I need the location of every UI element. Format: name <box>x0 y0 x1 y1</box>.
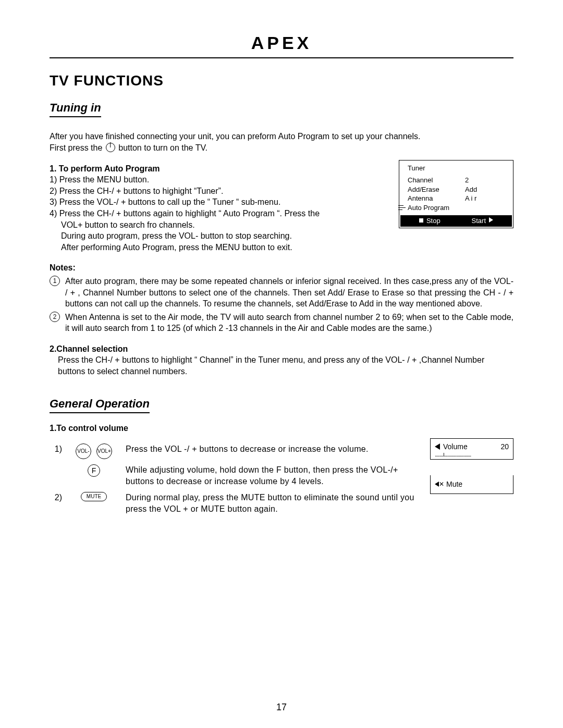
volume-row-2: 2) MUTE During normal play, press the MU… <box>50 492 420 514</box>
mute-button-icon: MUTE <box>81 492 107 501</box>
volume-row-f: F While adjusting volume, hold down the … <box>50 464 420 487</box>
header-rule <box>50 57 513 58</box>
osd-start: Start <box>472 216 493 226</box>
osd-row-autoprogram: Auto Program <box>400 203 512 213</box>
circled-2-icon: 2 <box>50 312 60 322</box>
intro-line2a: First press the <box>50 143 105 152</box>
volume-row-1: 1) VOL- VOL+ Press the VOL -/ + buttons … <box>50 443 420 459</box>
speaker-icon <box>435 443 440 450</box>
step-1: 1) Press the MENU button. <box>50 174 389 186</box>
intro-line1: After you have finished connecting your … <box>50 132 421 141</box>
vol-desc-f: While adjusting volume, hold down the F … <box>126 464 420 487</box>
volume-heading: 1.To control volume <box>50 423 513 434</box>
subheading-general: General Operation <box>50 396 150 414</box>
section-title: TV FUNCTIONS <box>50 71 513 91</box>
osd-tuner-title: Tuner <box>400 164 512 173</box>
brand-logo: APEX <box>50 31 513 55</box>
osd-mute-label: Mute <box>446 479 462 489</box>
page-number: 17 <box>0 701 563 713</box>
step-3: 3) Press the VOL-/ + buttons to call up … <box>50 196 389 208</box>
manual-page: APEX TV FUNCTIONS Tuning in After you ha… <box>0 0 563 728</box>
vol-minus-button-icon: VOL- <box>76 443 91 459</box>
power-icon <box>106 143 115 152</box>
subheading-tuning: Tuning in <box>50 100 101 118</box>
osd-row-adderase: Add/Erase Add <box>400 185 512 194</box>
osd-volume-box: Volume 20 .........I....................… <box>430 438 513 460</box>
osd-mute-box: Mute <box>430 475 513 494</box>
note-1: 1 After auto program, there may be some … <box>50 276 513 310</box>
note-2: 2 When Antenna is set to the Air mode, t… <box>50 312 513 334</box>
osd-row-antenna: Antenna A i r <box>400 194 512 203</box>
osd-bottom-bar: Stop Start <box>400 215 512 227</box>
osd-stop: Stop <box>419 216 440 226</box>
osd-row-channel: Channel 2 <box>400 176 512 185</box>
vol-plus-button-icon: VOL+ <box>96 443 112 459</box>
mute-icon <box>435 480 443 488</box>
vol-desc-2: During normal play, press the MUTE butto… <box>126 492 420 514</box>
notes-heading: Notes: <box>50 262 513 274</box>
osd-volume-label: Volume <box>443 442 468 452</box>
auto-program-heading: 1. To perform Auto Program <box>50 163 389 175</box>
vol-index-1: 1) <box>50 443 62 455</box>
vol-index-2: 2) <box>50 492 62 503</box>
osd-volume-value: 20 <box>500 442 509 452</box>
note-1-text: After auto program, there may be some re… <box>65 276 513 310</box>
note-2-text: When Antenna is set to the Air mode, the… <box>65 312 513 334</box>
circled-1-icon: 1 <box>50 276 60 286</box>
channel-selection-body: Press the CH-/ + buttons to highlight “ … <box>58 354 513 377</box>
osd-volume-bar: .........I............................. <box>435 453 509 457</box>
osd-tuner-box: Tuner Channel 2 Add/Erase Add Antenna A … <box>399 160 513 228</box>
intro-paragraph: After you have finished connecting your … <box>50 131 513 153</box>
vol-desc-1: Press the VOL -/ + buttons to decrease o… <box>126 443 420 455</box>
intro-line2b: button to turn on the TV. <box>118 143 207 152</box>
step-4: 4) Press the CH-/ + buttons again to hig… <box>50 208 389 253</box>
step-2: 2) Press the CH-/ + buttons to highight … <box>50 186 389 197</box>
channel-selection-heading: 2.Channel selection <box>50 343 513 355</box>
auto-program-block: 1. To perform Auto Program 1) Press the … <box>50 157 513 253</box>
f-button-icon: F <box>88 464 100 477</box>
